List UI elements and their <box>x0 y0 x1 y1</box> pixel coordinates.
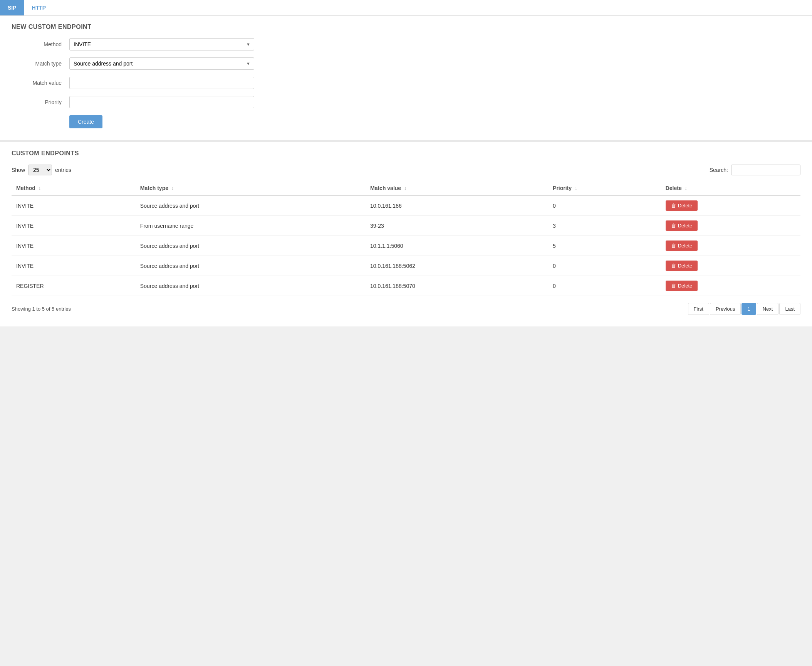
match-type-sort-icon: ↕ <box>171 186 174 191</box>
pagination-first[interactable]: First <box>688 303 709 315</box>
trash-icon-2: 🗑 <box>671 243 676 249</box>
cell-delete-0: 🗑 Delete <box>661 195 800 216</box>
tab-sip[interactable]: SIP <box>0 0 24 15</box>
trash-icon-3: 🗑 <box>671 263 676 269</box>
search-label: Search: <box>710 167 728 173</box>
table-controls: Show 10 25 50 100 entries Search: <box>12 165 800 175</box>
table-row: REGISTER Source address and port 10.0.16… <box>12 276 800 296</box>
priority-sort-icon: ↕ <box>575 186 577 191</box>
cell-match-value-4: 10.0.161.188:5070 <box>366 276 548 296</box>
table-footer: Showing 1 to 5 of 5 entries First Previo… <box>12 303 800 315</box>
new-endpoint-section: NEW CUSTOM ENDPOINT Method INVITE REGIST… <box>0 16 812 142</box>
top-navigation: SIP HTTP <box>0 0 812 16</box>
cell-method-1: INVITE <box>12 216 136 236</box>
show-entries-select[interactable]: 10 25 50 100 <box>28 165 52 175</box>
showing-text: Showing 1 to 5 of 5 entries <box>12 306 71 312</box>
cell-method-0: INVITE <box>12 195 136 216</box>
create-button[interactable]: Create <box>69 115 102 128</box>
priority-input[interactable]: 0 <box>69 96 254 108</box>
cell-delete-3: 🗑 Delete <box>661 256 800 276</box>
delete-sort-icon: ↕ <box>685 186 687 191</box>
cell-match-type-2: Source address and port <box>136 236 366 256</box>
cell-match-value-2: 10.1.1.1:5060 <box>366 236 548 256</box>
cell-delete-1: 🗑 Delete <box>661 216 800 236</box>
col-match-value[interactable]: Match value ↕ <box>366 181 548 195</box>
match-value-input[interactable] <box>69 77 254 89</box>
pagination-next[interactable]: Next <box>757 303 779 315</box>
table-header-row: Method ↕ Match type ↕ Match value ↕ Prio… <box>12 181 800 195</box>
cell-match-type-3: Source address and port <box>136 256 366 276</box>
cell-method-2: INVITE <box>12 236 136 256</box>
entries-label: entries <box>55 167 71 173</box>
delete-button-1[interactable]: 🗑 Delete <box>666 220 698 231</box>
method-sort-icon: ↕ <box>39 186 41 191</box>
delete-button-2[interactable]: 🗑 Delete <box>666 240 698 251</box>
match-value-row: Match value <box>12 77 800 89</box>
tab-http[interactable]: HTTP <box>24 0 54 15</box>
col-match-type[interactable]: Match type ↕ <box>136 181 366 195</box>
delete-button-4[interactable]: 🗑 Delete <box>666 281 698 291</box>
table-row: INVITE Source address and port 10.1.1.1:… <box>12 236 800 256</box>
cell-delete-2: 🗑 Delete <box>661 236 800 256</box>
cell-match-type-1: From username range <box>136 216 366 236</box>
trash-icon-1: 🗑 <box>671 223 676 229</box>
cell-delete-4: 🗑 Delete <box>661 276 800 296</box>
cell-priority-4: 0 <box>548 276 661 296</box>
match-type-select[interactable]: Source address and port From username ra… <box>69 57 254 70</box>
cell-method-3: INVITE <box>12 256 136 276</box>
method-label: Method <box>12 41 62 47</box>
cell-match-value-3: 10.0.161.188:5062 <box>366 256 548 276</box>
delete-button-0[interactable]: 🗑 Delete <box>666 200 698 211</box>
table-row: INVITE From username range 39-23 3 🗑 Del… <box>12 216 800 236</box>
cell-priority-2: 5 <box>548 236 661 256</box>
col-delete[interactable]: Delete ↕ <box>661 181 800 195</box>
match-type-select-wrapper: Source address and port From username ra… <box>69 57 254 70</box>
cell-match-type-0: Source address and port <box>136 195 366 216</box>
custom-endpoints-section: CUSTOM ENDPOINTS Show 10 25 50 100 entri… <box>0 142 812 326</box>
table-section-title: CUSTOM ENDPOINTS <box>12 150 800 157</box>
match-value-sort-icon: ↕ <box>404 186 406 191</box>
pagination: First Previous 1 Next Last <box>688 303 800 315</box>
delete-button-3[interactable]: 🗑 Delete <box>666 261 698 271</box>
search-area: Search: <box>710 165 800 175</box>
show-label: Show <box>12 167 25 173</box>
table-row: INVITE Source address and port 10.0.161.… <box>12 256 800 276</box>
table-row: INVITE Source address and port 10.0.161.… <box>12 195 800 216</box>
trash-icon-4: 🗑 <box>671 283 676 289</box>
show-entries-control: Show 10 25 50 100 entries <box>12 165 71 175</box>
priority-row: Priority 0 <box>12 96 800 108</box>
cell-match-value-0: 10.0.161.186 <box>366 195 548 216</box>
priority-label: Priority <box>12 99 62 105</box>
pagination-previous[interactable]: Previous <box>710 303 741 315</box>
method-select-wrapper: INVITE REGISTER OPTIONS BYE CANCEL ACK <box>69 38 254 50</box>
col-priority[interactable]: Priority ↕ <box>548 181 661 195</box>
cell-priority-3: 0 <box>548 256 661 276</box>
search-input[interactable] <box>731 165 800 175</box>
match-value-label: Match value <box>12 80 62 86</box>
col-method[interactable]: Method ↕ <box>12 181 136 195</box>
cell-method-4: REGISTER <box>12 276 136 296</box>
cell-priority-0: 0 <box>548 195 661 216</box>
cell-match-type-4: Source address and port <box>136 276 366 296</box>
method-row: Method INVITE REGISTER OPTIONS BYE CANCE… <box>12 38 800 50</box>
pagination-last[interactable]: Last <box>779 303 800 315</box>
cell-match-value-1: 39-23 <box>366 216 548 236</box>
match-type-row: Match type Source address and port From … <box>12 57 800 70</box>
form-section-title: NEW CUSTOM ENDPOINT <box>12 24 800 30</box>
method-select[interactable]: INVITE REGISTER OPTIONS BYE CANCEL ACK <box>69 38 254 50</box>
trash-icon-0: 🗑 <box>671 203 676 209</box>
match-type-label: Match type <box>12 61 62 67</box>
cell-priority-1: 3 <box>548 216 661 236</box>
endpoints-table: Method ↕ Match type ↕ Match value ↕ Prio… <box>12 181 800 296</box>
pagination-current[interactable]: 1 <box>742 303 756 315</box>
